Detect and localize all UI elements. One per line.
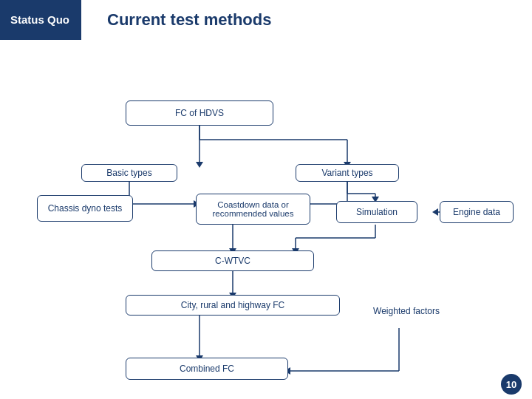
svg-marker-17 bbox=[432, 208, 438, 216]
header-status: Status Quo bbox=[0, 0, 81, 40]
simulation-box: Simulation bbox=[336, 201, 417, 223]
basic-types-box: Basic types bbox=[81, 164, 177, 182]
header-title: Current test methods bbox=[85, 0, 532, 40]
variant-types-box: Variant types bbox=[296, 164, 399, 182]
page-number: 10 bbox=[501, 374, 522, 395]
status-label: Status Quo bbox=[10, 13, 69, 27]
chassis-dyno-box: Chassis dyno tests bbox=[37, 195, 133, 222]
content-area: FC of HDVS Basic types Variant types Cha… bbox=[0, 40, 532, 399]
combined-fc-box: Combined FC bbox=[126, 358, 288, 380]
title-text: Current test methods bbox=[107, 10, 271, 30]
header: Status Quo Current test methods bbox=[0, 0, 532, 40]
city-rural-box: City, rural and highway FC bbox=[126, 295, 340, 316]
weighted-factors-label: Weighted factors bbox=[362, 306, 451, 316]
fc-hdvs-box: FC of HDVS bbox=[126, 100, 273, 126]
svg-marker-1 bbox=[196, 162, 203, 168]
engine-data-box: Engine data bbox=[440, 201, 514, 223]
cwtvc-box: C-WTVC bbox=[151, 250, 314, 271]
coastdown-box: Coastdown data or recommended values bbox=[196, 194, 310, 225]
